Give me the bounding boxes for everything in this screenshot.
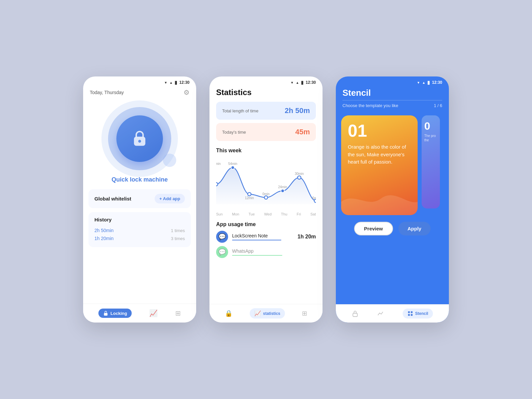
p2-nav-lock[interactable]: 🔒 — [225, 310, 233, 317]
day-sun: Sun — [216, 212, 223, 216]
grid-icon-nav-3 — [407, 311, 413, 317]
p2-nav-stats[interactable]: 📈 statistics — [250, 308, 285, 319]
app-name-whatsapp: WhatsApp — [232, 248, 316, 254]
app-time-lockscreen: 1h 20m — [298, 234, 316, 240]
day-thu: Thu — [281, 212, 287, 216]
p3-nav-stats[interactable] — [377, 310, 384, 317]
chart-label: 54min — [228, 162, 237, 166]
today-time-card: Today's time 45m — [216, 123, 316, 141]
stencil-header: Stencil Choose the template you like 1 /… — [336, 87, 449, 111]
chart-dot — [248, 193, 251, 196]
bottom-nav-3: Stencil — [336, 304, 449, 323]
phone-statistics: 12:30 Statistics Total length of time 2h… — [209, 76, 323, 323]
svg-point-1 — [138, 140, 141, 143]
week-chart: 36min 54min 12min 0min 24min 30min 6min — [216, 158, 316, 204]
chart-icon-nav-3 — [377, 310, 384, 317]
history-time-2: 1h 20min — [94, 236, 114, 241]
date-label: Today, Thursday — [90, 90, 124, 95]
svg-rect-3 — [353, 313, 357, 317]
stencil-actions: Preview Apply — [336, 218, 449, 240]
grid-nav-icon: ⊞ — [175, 309, 181, 317]
chart-label: 30min — [295, 172, 304, 176]
stencil-title: Stencil — [342, 88, 442, 98]
day-wed: Wed — [264, 212, 271, 216]
wifi-icon-2 — [290, 80, 294, 85]
app-usage-bar-2 — [232, 255, 282, 256]
preview-button[interactable]: Preview — [354, 222, 393, 235]
grid-nav-icon-2: ⊞ — [302, 310, 307, 317]
lock-circle-inner[interactable] — [116, 115, 163, 162]
stencil-card-side[interactable]: 0 The pro the — [422, 115, 440, 208]
lock-icon-nav-3 — [352, 310, 358, 317]
time-display-3: 12:30 — [432, 80, 442, 85]
card-number: 01 — [348, 122, 411, 139]
lock-circle-outer — [108, 107, 171, 170]
history-count-1: 1 times — [171, 228, 185, 233]
bottom-nav-2: 🔒 📈 statistics ⊞ — [209, 304, 323, 323]
signal-icon-2 — [296, 80, 299, 85]
svg-rect-4 — [408, 311, 410, 313]
app-row-whatsapp: 💬 WhatsApp — [216, 246, 316, 261]
app-usage-bar — [232, 240, 281, 240]
chart-dot — [281, 189, 284, 193]
signal-icon-3 — [422, 80, 425, 85]
p2-nav-grid[interactable]: ⊞ — [302, 310, 307, 317]
nav-item-stencil[interactable]: ⊞ — [175, 309, 181, 317]
whitelist-card: Global whitelist + Add app — [88, 189, 191, 208]
history-count-2: 3 times — [171, 236, 185, 241]
app-row-lockscreen: 💬 LockScreen Note 1h 20m — [216, 231, 316, 246]
chart-dot — [298, 176, 301, 179]
svg-rect-2 — [104, 313, 108, 316]
phone1-header: Today, Thursday ⚙ — [83, 87, 196, 100]
svg-rect-7 — [411, 314, 412, 316]
add-app-button[interactable]: + Add app — [155, 194, 185, 203]
wifi-icon-3 — [417, 80, 420, 85]
nav-item-locking[interactable]: Locking — [98, 309, 132, 318]
p3-nav-lock[interactable] — [352, 310, 358, 317]
stats-nav-icon: 📈 — [254, 310, 261, 317]
stencil-card-main[interactable]: 01 Orange is also the color of the sun, … — [341, 115, 418, 215]
history-title: History — [94, 217, 185, 222]
p3-stencil-label: Stencil — [415, 311, 428, 316]
status-bar-2: 12:30 — [209, 76, 323, 87]
chart-label: 12min — [245, 196, 254, 200]
side-card-text: The pro the — [424, 134, 437, 142]
app-info-whatsapp: WhatsApp — [232, 248, 316, 256]
chart-label: 24min — [278, 185, 287, 189]
stencil-subtitle: Choose the template you like — [342, 103, 398, 108]
whatsapp-icon: 💬 — [216, 246, 228, 258]
week-section: This week — [209, 144, 323, 158]
week-title: This week — [216, 148, 316, 154]
app-usage-title: App usage time — [216, 221, 316, 227]
stencil-cards-container[interactable]: 01 Orange is also the color of the sun, … — [336, 111, 449, 218]
chart-dot — [216, 183, 218, 186]
bottom-nav-1: Locking 📈 ⊞ — [83, 304, 196, 323]
chart-dot — [231, 166, 234, 169]
app-info-lockscreen: LockScreen Note — [232, 233, 294, 240]
total-time-value: 2h 50m — [285, 106, 310, 115]
time-display: 12:30 — [179, 80, 190, 85]
nav-item-stats[interactable]: 📈 — [149, 309, 158, 317]
whitelist-label: Global whitelist — [94, 196, 131, 201]
total-time-card: Total length of time 2h 50m — [216, 102, 316, 120]
lock-icon — [130, 129, 150, 149]
table-row: 1h 20min 3 times — [94, 234, 185, 242]
day-mon: Mon — [232, 212, 239, 216]
status-bar-3: 12:30 — [336, 76, 449, 87]
apply-button[interactable]: Apply — [398, 222, 431, 235]
total-time-label: Total length of time — [222, 108, 258, 113]
p3-nav-stencil[interactable]: Stencil — [403, 309, 433, 319]
chart-container: 36min 54min 12min 0min 24min 30min 6min — [216, 158, 316, 211]
history-card: History 2h 50min 1 times 1h 20min 3 time… — [88, 212, 191, 247]
card-text: Orange is also the color of the sun, Mak… — [348, 143, 411, 166]
day-tue: Tue — [249, 212, 255, 216]
stencil-divider — [342, 100, 442, 100]
lock-nav-icon — [103, 311, 108, 316]
side-card-number: 0 — [424, 120, 437, 132]
battery-icon-3 — [427, 80, 430, 85]
chart-nav-icon: 📈 — [149, 309, 158, 317]
chart-label: 0min — [262, 192, 270, 196]
history-time-1: 2h 50min — [94, 228, 114, 233]
gear-icon[interactable]: ⚙ — [184, 88, 190, 96]
day-sat: Sat — [310, 212, 316, 216]
